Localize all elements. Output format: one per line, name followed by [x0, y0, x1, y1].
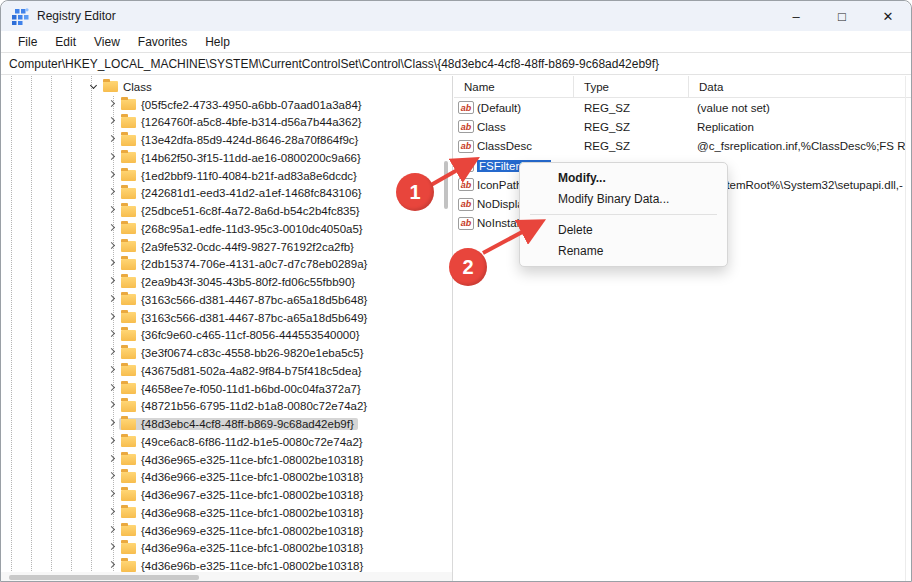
tree-item-content[interactable]: {3e3f0674-c83c-4558-bb26-9820e1eba5c5}	[119, 347, 368, 359]
tree-item[interactable]: {3163c566-d381-4467-87bc-a65a18d5b649}	[1, 309, 440, 327]
chevron-right-icon[interactable]	[105, 453, 119, 467]
chevron-right-icon[interactable]	[105, 204, 119, 218]
tree-item[interactable]: {2a9fe532-0cdc-44f9-9827-76192f2ca2fb}	[1, 238, 440, 256]
tree-item-content[interactable]: {3163c566-d381-4467-87bc-a65a18d5b648}	[119, 294, 371, 306]
chevron-right-icon[interactable]	[105, 435, 119, 449]
context-menu-item-rename[interactable]: Rename	[520, 241, 727, 263]
chevron-right-icon[interactable]	[105, 169, 119, 183]
tree-item-content[interactable]: {4658ee7e-f050-11d1-b6bd-00c04fa372a7}	[119, 383, 365, 395]
tree-item-content[interactable]: {4d36e967-e325-11ce-bfc1-08002be10318}	[119, 489, 367, 501]
chevron-right-icon[interactable]	[105, 541, 119, 555]
tree-item[interactable]: {2db15374-706e-4131-a0c7-d7c78eb0289a}	[1, 256, 440, 274]
tree-item[interactable]: Class	[1, 78, 440, 96]
value-row[interactable]: abClassREG_SZReplication	[454, 117, 912, 136]
column-header-type[interactable]: Type	[574, 76, 689, 98]
chevron-right-icon[interactable]	[105, 328, 119, 342]
value-row[interactable]: abClassDescREG_SZ@c_fsreplication.inf,%C…	[454, 137, 912, 156]
chevron-down-icon[interactable]	[87, 80, 101, 94]
chevron-right-icon[interactable]	[105, 470, 119, 484]
chevron-right-icon[interactable]	[105, 346, 119, 360]
tree-item[interactable]: {48721b56-6795-11d2-b1a8-0080c72e74a2}	[1, 398, 440, 416]
tree-item[interactable]: {2ea9b43f-3045-43b5-80f2-fd06c55fbb90}	[1, 273, 440, 291]
tree-item-content[interactable]: {36fc9e60-c465-11cf-8056-444553540000}	[119, 329, 363, 341]
tree-item-content[interactable]: {4d36e96b-e325-11ce-bfc1-08002be10318}	[119, 560, 367, 572]
menu-help[interactable]: Help	[196, 33, 239, 51]
tree-item-content[interactable]: {14b62f50-3f15-11dd-ae16-0800200c9a66}	[119, 152, 365, 164]
tree-item[interactable]: {4d36e967-e325-11ce-bfc1-08002be10318}	[1, 486, 440, 504]
column-header-data[interactable]: Data	[689, 76, 906, 98]
tree-item[interactable]: {14b62f50-3f15-11dd-ae16-0800200c9a66}	[1, 149, 440, 167]
tree-item[interactable]: {25dbce51-6c8f-4a72-8a6d-b54c2b4fc835}	[1, 202, 440, 220]
tree-item-content[interactable]: {48d3ebc4-4cf8-48ff-b869-9c68ad42eb9f}	[119, 418, 358, 430]
tree-item-content[interactable]: {4d36e966-e325-11ce-bfc1-08002be10318}	[119, 471, 367, 483]
chevron-right-icon[interactable]	[105, 364, 119, 378]
chevron-right-icon[interactable]	[105, 311, 119, 325]
tree-item-content[interactable]: {1ed2bbf9-11f0-4084-b21f-ad83a8e6dcdc}	[119, 170, 361, 182]
tree-item[interactable]: {268c95a1-edfe-11d3-95c3-0010dc4050a5}	[1, 220, 440, 238]
chevron-right-icon[interactable]	[105, 133, 119, 147]
maximize-button[interactable]: □	[819, 1, 865, 31]
chevron-right-icon[interactable]	[105, 222, 119, 236]
chevron-right-icon[interactable]	[105, 524, 119, 538]
tree-item-content[interactable]: {2ea9b43f-3045-43b5-80f2-fd06c55fbb90}	[119, 276, 359, 288]
chevron-right-icon[interactable]	[105, 151, 119, 165]
context-menu-item-modify[interactable]: Modify...	[520, 167, 727, 189]
tree-item[interactable]: {4658ee7e-f050-11d1-b6bd-00c04fa372a7}	[1, 380, 440, 398]
menu-view[interactable]: View	[85, 33, 129, 51]
minimize-button[interactable]: –	[773, 1, 819, 31]
chevron-right-icon[interactable]	[105, 293, 119, 307]
chevron-right-icon[interactable]	[105, 240, 119, 254]
tree-item[interactable]: {4d36e968-e325-11ce-bfc1-08002be10318}	[1, 504, 440, 522]
tree-item-content[interactable]: {242681d1-eed3-41d2-a1ef-1468fc843106}	[119, 187, 366, 199]
chevron-right-icon[interactable]	[105, 399, 119, 413]
tree-item-content[interactable]: {1264760f-a5c8-4bfe-b314-d56a7b44a362}	[119, 116, 366, 128]
chevron-right-icon[interactable]	[105, 488, 119, 502]
chevron-right-icon[interactable]	[105, 382, 119, 396]
chevron-right-icon[interactable]	[105, 257, 119, 271]
context-menu-item-delete[interactable]: Delete	[520, 219, 727, 241]
menu-file[interactable]: File	[9, 33, 46, 51]
tree-item-content[interactable]: {49ce6ac8-6f86-11d2-b1e5-0080c72e74a2}	[119, 436, 367, 448]
tree-item[interactable]: {43675d81-502a-4a82-9f84-b75f418c5dea}	[1, 362, 440, 380]
tree-item-content[interactable]: {05f5cfe2-4733-4950-a6bb-07aad01a3a84}	[119, 99, 366, 111]
chevron-right-icon[interactable]	[105, 186, 119, 200]
tree-item[interactable]: {4d36e966-e325-11ce-bfc1-08002be10318}	[1, 469, 440, 487]
close-button[interactable]: ✕	[865, 1, 911, 31]
column-header-name[interactable]: Name	[454, 76, 574, 98]
chevron-right-icon[interactable]	[105, 98, 119, 112]
tree-item[interactable]: {1264760f-a5c8-4bfe-b314-d56a7b44a362}	[1, 114, 440, 132]
chevron-right-icon[interactable]	[105, 417, 119, 431]
tree-item[interactable]: {1ed2bbf9-11f0-4084-b21f-ad83a8e6dcdc}	[1, 167, 440, 185]
tree-item-content[interactable]: {13e42dfa-85d9-424d-8646-28a70f864f9c}	[119, 134, 362, 146]
tree-item-content[interactable]: {268c95a1-edfe-11d3-95c3-0010dc4050a5}	[119, 223, 367, 235]
tree-item[interactable]: {242681d1-eed3-41d2-a1ef-1468fc843106}	[1, 185, 440, 203]
tree-item-content[interactable]: {48721b56-6795-11d2-b1a8-0080c72e74a2}	[119, 400, 371, 412]
tree-item-selected[interactable]: {48d3ebc4-4cf8-48ff-b869-9c68ad42eb9f}	[1, 415, 440, 433]
tree-item-content[interactable]: {3163c566-d381-4467-87bc-a65a18d5b649}	[119, 312, 371, 324]
tree-item-content[interactable]: {4d36e968-e325-11ce-bfc1-08002be10318}	[119, 507, 367, 519]
chevron-right-icon[interactable]	[105, 275, 119, 289]
tree-item[interactable]: {49ce6ac8-6f86-11d2-b1e5-0080c72e74a2}	[1, 433, 440, 451]
tree-item-content[interactable]: Class	[101, 81, 156, 93]
context-menu-item-modify-binary-data[interactable]: Modify Binary Data...	[520, 189, 727, 211]
tree-item[interactable]: {4d36e965-e325-11ce-bfc1-08002be10318}	[1, 451, 440, 469]
menu-favorites[interactable]: Favorites	[129, 33, 196, 51]
menu-edit[interactable]: Edit	[46, 33, 85, 51]
tree-item-content[interactable]: {25dbce51-6c8f-4a72-8a6d-b54c2b4fc835}	[119, 205, 364, 217]
tree-item[interactable]: {4d36e969-e325-11ce-bfc1-08002be10318}	[1, 522, 440, 540]
tree-item-content[interactable]: {4d36e965-e325-11ce-bfc1-08002be10318}	[119, 454, 367, 466]
tree-item[interactable]: {3e3f0674-c83c-4558-bb26-9820e1eba5c5}	[1, 344, 440, 362]
tree-item[interactable]: {36fc9e60-c465-11cf-8056-444553540000}	[1, 327, 440, 345]
tree-item-content[interactable]: {4d36e96a-e325-11ce-bfc1-08002be10318}	[119, 542, 367, 554]
tree-vertical-scrollbar[interactable]	[444, 161, 448, 209]
chevron-right-icon[interactable]	[105, 506, 119, 520]
tree-item-content[interactable]: {43675d81-502a-4a82-9f84-b75f418c5dea}	[119, 365, 366, 377]
tree-item-content[interactable]: {2db15374-706e-4131-a0c7-d7c78eb0289a}	[119, 258, 371, 270]
tree-item-content[interactable]: {2a9fe532-0cdc-44f9-9827-76192f2ca2fb}	[119, 241, 358, 253]
tree-item[interactable]: {3163c566-d381-4467-87bc-a65a18d5b648}	[1, 291, 440, 309]
tree-item[interactable]: {13e42dfa-85d9-424d-8646-28a70f864f9c}	[1, 131, 440, 149]
value-row[interactable]: ab(Default)REG_SZ(value not set)	[454, 98, 912, 117]
tree-item[interactable]: {4d36e96a-e325-11ce-bfc1-08002be10318}	[1, 540, 440, 558]
address-bar[interactable]: Computer\HKEY_LOCAL_MACHINE\SYSTEM\Curre…	[1, 54, 911, 75]
chevron-right-icon[interactable]	[105, 115, 119, 129]
